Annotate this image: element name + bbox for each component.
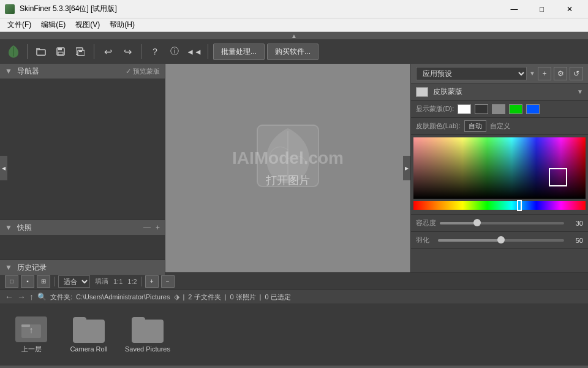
up-folder-icon: ↑ (15, 316, 47, 342)
skin-mask-dropdown-icon[interactable]: ▼ (577, 88, 583, 95)
open-button[interactable] (32, 43, 50, 60)
canvas-tool-grid[interactable]: ⊞ (37, 275, 50, 288)
app-icon (5, 4, 15, 14)
info-button[interactable]: ⓘ (166, 43, 183, 60)
info-icon: ⓘ (170, 46, 179, 57)
maximize-button[interactable]: □ (528, 0, 556, 18)
file-item-saved-pictures[interactable]: Saved Pictures (125, 317, 170, 353)
add-preset-button[interactable]: + (538, 67, 551, 80)
save-button[interactable] (52, 43, 69, 60)
color-selection-box[interactable] (549, 168, 567, 186)
file-item-camera-roll[interactable]: Camera Roll (67, 317, 110, 353)
leaf-icon (6, 44, 21, 59)
status-photos: 0 张照片 (230, 293, 255, 302)
panel-collapse-left[interactable]: ◀ (0, 156, 7, 180)
menu-edit[interactable]: 编辑(E) (36, 18, 70, 31)
status-separator-1: | (183, 293, 185, 301)
tolerance-thumb[interactable] (473, 219, 481, 226)
panel-collapse-right[interactable]: ▶ (403, 156, 410, 180)
canvas-ratio12-label: 1:2 (127, 278, 137, 285)
svg-rect-6 (79, 50, 82, 52)
preset-dropdown-arrow: ▼ (529, 70, 535, 77)
menu-bar: 文件(F) 编辑(E) 视图(V) 帮助(H) (0, 18, 588, 32)
right-arrow-icon: ▶ (405, 166, 409, 171)
status-forward[interactable]: → (17, 292, 26, 302)
feather-value: 50 (568, 237, 583, 244)
redo-icon: ↪ (124, 46, 132, 58)
scroll-bottom[interactable]: ▼ (0, 366, 588, 368)
display-swatch-blue[interactable] (526, 104, 540, 114)
saved-pictures-label: Saved Pictures (125, 345, 170, 353)
undo-button[interactable]: ↩ (99, 43, 116, 60)
left-arrow-icon: ◀ (2, 166, 6, 171)
save-as-button[interactable] (72, 43, 89, 60)
skin-color-row: 皮肤颜色(Lab): 自动 自定义 (411, 118, 588, 135)
display-mask-row: 显示蒙版(D): (411, 101, 588, 118)
sound-button[interactable]: ◄◄ (186, 43, 203, 60)
folder-body-2 (132, 320, 164, 343)
title-bar-left: SkinFiner 5.3.3[64位] [试用版] (5, 4, 117, 14)
display-swatch-green[interactable] (509, 104, 522, 114)
toolbar: ↩ ↪ ? ⓘ ◄◄ 批量处理... 购买软件... (0, 39, 588, 64)
menu-file[interactable]: 文件(F) (2, 18, 36, 31)
history-header: ▼ 历史记录 (0, 260, 165, 275)
right-panel: 应用预设 ▼ + ⚙ ↺ 皮肤蒙版 ▼ 显示蒙版(D): 皮肤颜色(Lab): … (410, 64, 588, 272)
file-browser: ↑ 上一层 Camera Roll Saved Pictures (0, 304, 588, 366)
toolbar-separator-3 (141, 44, 141, 59)
feather-thumb[interactable] (497, 236, 505, 243)
display-swatch-black[interactable] (475, 104, 488, 114)
snapshot-header: ▼ 快照 — + (0, 220, 165, 235)
display-swatch-gray[interactable] (492, 104, 505, 114)
path-dropdown-icon[interactable]: ⬗ (174, 293, 179, 301)
minimize-button[interactable]: — (500, 0, 528, 18)
custom-link[interactable]: 自定义 (490, 121, 510, 131)
open-icon (36, 47, 46, 56)
canvas-tool-rect1[interactable]: □ (5, 275, 18, 288)
search-icon[interactable]: 🔍 (37, 293, 47, 301)
left-panel: ▼ 导航器 ✓ 预览蒙版 ▼ 快照 — + ▼ (0, 64, 165, 272)
preview-mask-checkbox[interactable]: ✓ 预览蒙版 (126, 67, 160, 76)
feather-track[interactable] (438, 239, 564, 242)
color-picker[interactable] (411, 135, 588, 215)
undo-icon: ↩ (104, 46, 112, 58)
skin-mask-swatch[interactable] (416, 87, 428, 97)
snapshot-plus-btn[interactable]: + (156, 223, 160, 232)
buy-button[interactable]: 购买软件... (267, 44, 318, 60)
status-selected: 0 已选定 (265, 293, 290, 302)
status-subfolders: 2 子文件夹 (188, 293, 221, 302)
fit-dropdown[interactable]: 适合 (58, 275, 90, 288)
tolerance-track[interactable] (440, 222, 564, 224)
svg-rect-2 (58, 48, 62, 50)
hue-indicator[interactable] (517, 200, 522, 211)
preset-dropdown[interactable]: 应用预设 (416, 67, 527, 80)
color-gradient-box[interactable] (413, 137, 586, 199)
history-collapse-icon[interactable]: ▼ (5, 263, 12, 272)
canvas-tool-rect2[interactable]: ▪ (21, 275, 34, 288)
toolbar-separator-4 (208, 44, 208, 59)
snapshot-minus-btn[interactable]: — (143, 223, 151, 232)
redo-button[interactable]: ↪ (119, 43, 136, 60)
settings-icon[interactable]: ⚙ (554, 67, 567, 80)
navigator-collapse-icon[interactable]: ▼ (5, 67, 12, 75)
canvas-zoom-out[interactable]: + (145, 275, 159, 288)
refresh-icon[interactable]: ↺ (570, 67, 583, 80)
auto-button[interactable]: 自动 (464, 120, 486, 132)
canvas-toolbar: □ ▪ ⊞ 适合 填满 1:1 1:2 + − (0, 272, 588, 289)
scroll-top[interactable]: ▲ (0, 32, 588, 39)
save-icon (56, 47, 65, 56)
menu-help[interactable]: 帮助(H) (105, 18, 140, 31)
help-button[interactable]: ? (146, 43, 164, 60)
menu-view[interactable]: 视图(V) (70, 18, 105, 31)
status-up[interactable]: ↑ (29, 292, 34, 302)
display-swatch-white[interactable] (458, 104, 471, 114)
snapshot-collapse-icon[interactable]: ▼ (5, 223, 12, 232)
status-path: C:\Users\Administrator\Pictures (76, 293, 170, 301)
file-item-up[interactable]: ↑ 上一层 (10, 316, 53, 354)
status-back[interactable]: ← (5, 292, 13, 302)
preset-row: 应用预设 ▼ + ⚙ ↺ (411, 64, 588, 83)
close-button[interactable]: ✕ (556, 0, 583, 18)
color-hue-bar[interactable] (413, 201, 586, 210)
skin-mask-label: 皮肤蒙版 (433, 86, 462, 97)
canvas-zoom-in[interactable]: − (161, 275, 175, 288)
batch-button[interactable]: 批量处理... (213, 44, 265, 60)
